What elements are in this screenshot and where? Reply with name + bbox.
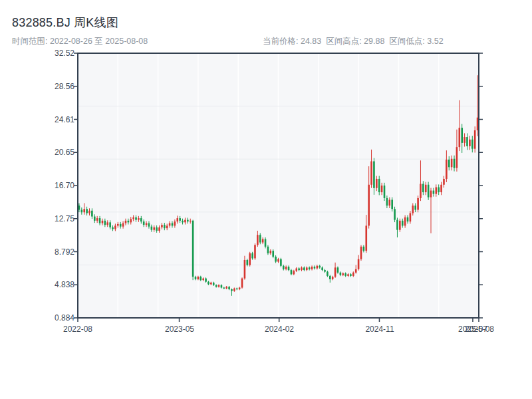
candle-down [350, 274, 352, 276]
x-tick-label: 2023-05 [150, 325, 209, 334]
candle-up [311, 267, 313, 269]
candle-down [337, 267, 339, 273]
candle-down [91, 211, 93, 217]
candle-down [192, 221, 194, 277]
candle-up [225, 287, 227, 289]
candle-down [259, 235, 261, 242]
candle-down [78, 205, 80, 209]
candle-down [172, 223, 174, 226]
candle-down [454, 159, 456, 168]
candle-down [81, 210, 83, 213]
candle-up [244, 260, 246, 279]
candle-up [114, 225, 116, 229]
candle-down [391, 200, 393, 209]
candle-down [461, 128, 463, 143]
candle-down [128, 221, 130, 223]
y-tick-label: 32.52 [5, 49, 74, 57]
candle-up [295, 269, 297, 271]
candle-up [190, 221, 192, 221]
candle-up [102, 221, 104, 223]
candle-up [241, 279, 243, 288]
candle-down [148, 223, 150, 227]
candle-up [352, 273, 354, 276]
y-tick-label: 28.56 [5, 82, 74, 90]
candle-up [443, 179, 445, 185]
candle-up [417, 198, 419, 210]
candle-up [132, 217, 134, 219]
candle-down [422, 184, 424, 193]
candle-down [104, 221, 106, 225]
candle-up [306, 267, 308, 270]
candle-up [410, 213, 412, 222]
candle-up [446, 160, 448, 179]
candle-up [368, 185, 370, 226]
candle-down [283, 266, 285, 269]
candle-down [471, 140, 473, 149]
candle-down [319, 266, 321, 268]
candle-down [207, 282, 209, 285]
candle-up [285, 267, 287, 269]
candle-up [202, 279, 204, 281]
candle-down [407, 217, 409, 221]
candle-down [433, 191, 435, 194]
candle-down [321, 267, 323, 270]
candle-down [288, 267, 290, 270]
x-tick-label: 2025-08 [450, 325, 509, 334]
candle-up [138, 218, 140, 220]
candle-down [109, 222, 111, 227]
candle-down [251, 253, 253, 259]
candle-down [267, 247, 269, 253]
candle-up [158, 227, 160, 231]
candle-up [440, 185, 442, 192]
candle-down [213, 283, 215, 285]
candle-up [430, 191, 432, 198]
candle-down [344, 273, 346, 276]
candle-up [425, 185, 427, 192]
candle-down [265, 239, 267, 247]
candle-up [420, 184, 422, 198]
candle-down [187, 220, 189, 222]
candle-up [464, 137, 466, 143]
candle-up [117, 224, 119, 226]
candle-down [291, 270, 293, 274]
candle-down [247, 260, 249, 265]
candle-up [347, 274, 349, 276]
candle-up [277, 259, 279, 262]
candle-up [474, 130, 476, 149]
candle-up [301, 267, 303, 270]
candle-up [355, 269, 357, 273]
y-tick-label: 12.75 [5, 215, 74, 223]
candle-down [280, 259, 282, 266]
candle-up [184, 220, 186, 223]
candle-up [451, 159, 453, 168]
candle-up [210, 283, 212, 285]
candle-up [176, 218, 178, 221]
candle-down [428, 185, 430, 198]
candle-down [179, 218, 181, 221]
candle-down [120, 224, 122, 227]
candle-up [83, 209, 85, 212]
y-tick-label: 24.61 [5, 116, 74, 124]
candle-up [146, 223, 148, 225]
candle-down [99, 218, 101, 223]
x-tick-label: 2024-02 [249, 325, 309, 334]
candle-up [270, 251, 272, 253]
candle-up [332, 277, 334, 279]
candle-down [298, 269, 300, 271]
candle-down [215, 285, 217, 287]
candle-up [459, 128, 461, 147]
y-tick-label: 20.65 [5, 148, 74, 156]
candle-up [317, 266, 319, 269]
candle-down [205, 279, 207, 282]
candle-up [334, 267, 336, 277]
candle-up [477, 118, 479, 130]
candle-up [254, 245, 256, 258]
candle-down [143, 221, 145, 225]
x-tick-label: 2022-08 [48, 325, 108, 334]
candle-up [381, 186, 383, 192]
candlestick-chart [0, 0, 532, 399]
candle-down [384, 186, 386, 198]
candle-down [94, 217, 96, 221]
candle-down [236, 289, 238, 289]
candle-down [386, 198, 388, 205]
